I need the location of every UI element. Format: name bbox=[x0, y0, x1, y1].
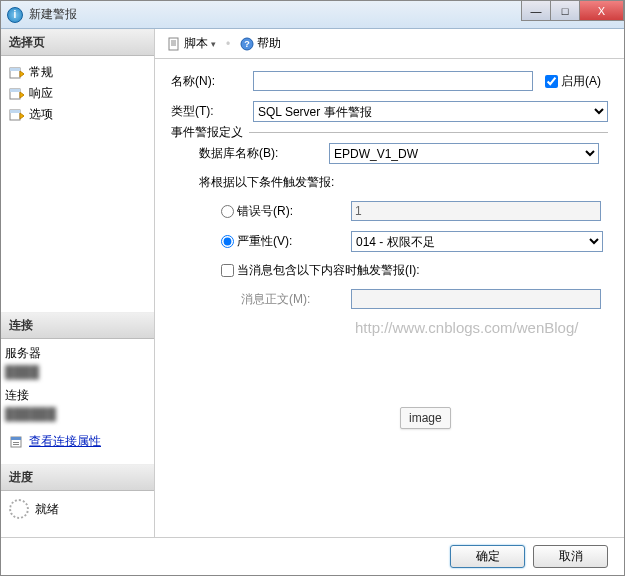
view-conn-props-link[interactable]: 查看连接属性 bbox=[29, 433, 101, 450]
content-pane: 脚本 ▾ • ? 帮助 名称(N): 启用(A) bbox=[155, 29, 624, 538]
script-label: 脚本 bbox=[184, 35, 208, 52]
enable-label: 启用(A) bbox=[561, 73, 601, 90]
cancel-button[interactable]: 取消 bbox=[533, 545, 608, 568]
spinner-icon bbox=[9, 499, 29, 519]
conn-value: ██████ bbox=[5, 407, 150, 421]
type-select[interactable]: SQL Server 事件警报 bbox=[253, 101, 608, 122]
sidebar-item-label: 响应 bbox=[29, 85, 53, 102]
cond-label: 将根据以下条件触发警报: bbox=[199, 174, 334, 191]
sidebar-item-options[interactable]: 选项 bbox=[5, 104, 150, 125]
form: 名称(N): 启用(A) 类型(T): SQL Server 事件警报 事件警报… bbox=[155, 59, 624, 309]
select-page-header: 选择页 bbox=[1, 29, 154, 56]
dropdown-icon: ▾ bbox=[211, 39, 216, 49]
svg-rect-9 bbox=[13, 444, 19, 445]
errno-label: 错误号(R): bbox=[237, 203, 293, 220]
msg-trigger-wrap[interactable]: 当消息包含以下内容时触发警报(I): bbox=[221, 262, 420, 279]
msg-text-label: 消息正文(M): bbox=[241, 291, 351, 308]
watermark-text: http://www.cnblogs.com/wenBlog/ bbox=[355, 319, 578, 336]
severity-radio[interactable] bbox=[221, 235, 234, 248]
main-area: 选择页 常规 响应 选项 bbox=[1, 29, 624, 538]
progress-panel: 进度 就绪 bbox=[1, 464, 154, 533]
separator: • bbox=[226, 37, 230, 51]
select-page-panel: 选择页 常规 响应 选项 bbox=[1, 29, 154, 137]
msg-text-input bbox=[351, 289, 601, 309]
page-icon bbox=[9, 87, 25, 101]
svg-rect-5 bbox=[10, 110, 20, 113]
svg-rect-1 bbox=[10, 68, 20, 71]
svg-text:?: ? bbox=[244, 39, 250, 49]
ok-button[interactable]: 确定 bbox=[450, 545, 525, 568]
def-legend: 事件警报定义 bbox=[171, 124, 249, 141]
svg-rect-3 bbox=[10, 89, 20, 92]
name-input[interactable] bbox=[253, 71, 533, 91]
toolbar: 脚本 ▾ • ? 帮助 bbox=[155, 29, 624, 59]
connection-header: 连接 bbox=[1, 312, 154, 339]
progress-status-row: 就绪 bbox=[5, 497, 150, 521]
help-icon: ? bbox=[240, 37, 254, 51]
close-button[interactable]: X bbox=[579, 1, 624, 21]
connection-panel: 连接 服务器 ████ 连接 ██████ 查看连接属性 bbox=[1, 312, 154, 464]
view-conn-props[interactable]: 查看连接属性 bbox=[5, 431, 150, 452]
help-button[interactable]: ? 帮助 bbox=[236, 33, 285, 54]
msg-trigger-checkbox[interactable] bbox=[221, 264, 234, 277]
dialog-window: i 新建警报 — □ X 选择页 常规 响应 bbox=[0, 0, 625, 576]
script-icon bbox=[167, 37, 181, 51]
server-label: 服务器 bbox=[5, 345, 150, 362]
button-bar: 确定 取消 bbox=[1, 537, 624, 575]
titlebar: i 新建警报 — □ X bbox=[1, 1, 624, 29]
conn-label: 连接 bbox=[5, 387, 150, 404]
window-buttons: — □ X bbox=[522, 1, 624, 21]
sidebar: 选择页 常规 响应 选项 bbox=[1, 29, 155, 538]
window-title: 新建警报 bbox=[29, 6, 77, 23]
help-label: 帮助 bbox=[257, 35, 281, 52]
maximize-button[interactable]: □ bbox=[550, 1, 580, 21]
properties-icon bbox=[9, 435, 25, 449]
info-icon: i bbox=[7, 7, 23, 23]
severity-radio-wrap[interactable]: 严重性(V): bbox=[221, 233, 351, 250]
server-value: ████ bbox=[5, 365, 150, 379]
progress-header: 进度 bbox=[1, 464, 154, 491]
svg-rect-7 bbox=[11, 437, 21, 440]
page-icon bbox=[9, 108, 25, 122]
errno-radio[interactable] bbox=[221, 205, 234, 218]
sidebar-item-label: 选项 bbox=[29, 106, 53, 123]
db-label: 数据库名称(B): bbox=[199, 145, 329, 162]
sidebar-item-label: 常规 bbox=[29, 64, 53, 81]
db-select[interactable]: EPDW_V1_DW bbox=[329, 143, 599, 164]
name-label: 名称(N): bbox=[171, 73, 253, 90]
enable-checkbox[interactable] bbox=[545, 75, 558, 88]
severity-select[interactable]: 014 - 权限不足 bbox=[351, 231, 603, 252]
enable-checkbox-wrap[interactable]: 启用(A) bbox=[545, 73, 601, 90]
msg-trigger-label: 当消息包含以下内容时触发警报(I): bbox=[237, 262, 420, 279]
svg-rect-8 bbox=[13, 442, 19, 443]
event-alert-def: 事件警报定义 数据库名称(B): EPDW_V1_DW 将根据以下条件触发警报: bbox=[171, 132, 608, 309]
errno-input bbox=[351, 201, 601, 221]
progress-status: 就绪 bbox=[35, 501, 59, 518]
svg-rect-10 bbox=[169, 38, 178, 50]
script-button[interactable]: 脚本 ▾ bbox=[163, 33, 220, 54]
minimize-button[interactable]: — bbox=[521, 1, 551, 21]
errno-radio-wrap[interactable]: 错误号(R): bbox=[221, 203, 351, 220]
image-placeholder: image bbox=[400, 407, 451, 429]
type-label: 类型(T): bbox=[171, 103, 253, 120]
page-icon bbox=[9, 66, 25, 80]
sidebar-item-response[interactable]: 响应 bbox=[5, 83, 150, 104]
sidebar-item-general[interactable]: 常规 bbox=[5, 62, 150, 83]
severity-label: 严重性(V): bbox=[237, 233, 292, 250]
